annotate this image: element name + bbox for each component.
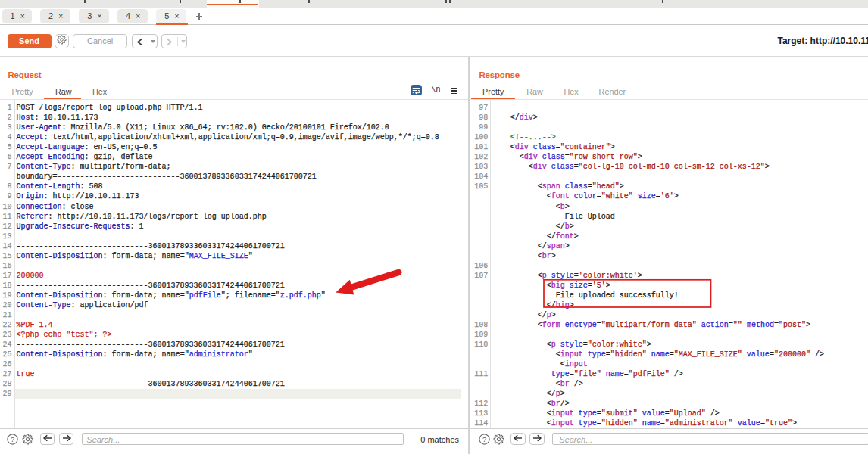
svg-text:?: ? [11,436,14,443]
svg-text:?: ? [482,436,486,443]
